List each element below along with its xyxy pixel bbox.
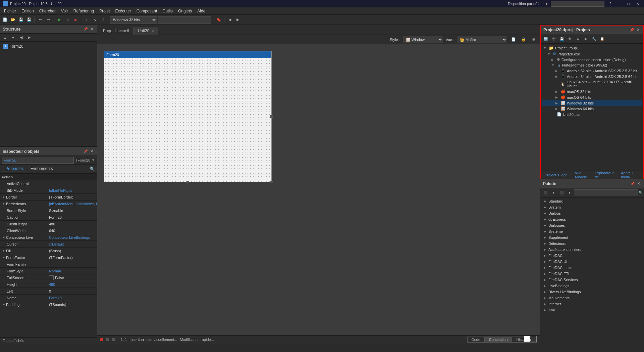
pal-btn4[interactable]: ▼	[566, 189, 573, 196]
pause-indicator[interactable]	[112, 338, 115, 341]
prop-value-fill[interactable]: (Brush)	[47, 248, 97, 254]
ptab-vue-modele[interactable]: Vue Modèle	[572, 170, 592, 180]
menu-composant[interactable]: Composant	[134, 8, 160, 14]
menu-onglets[interactable]: Onglets	[175, 8, 195, 14]
pal-dialogues[interactable]: ▶Dialogues	[541, 222, 643, 228]
prop-name-bordericons[interactable]: BorderIcons	[0, 201, 47, 207]
ptree-android64[interactable]: ▶ 📱 Android 64 bits - Android SDK 25.2.5…	[542, 74, 642, 79]
prop-value-left[interactable]: 0	[47, 288, 97, 294]
modif-button[interactable]: Modification rapide...	[180, 338, 214, 342]
step-out[interactable]: ↗	[99, 16, 106, 24]
pal-dialogs[interactable]: ▶Dialogs	[541, 210, 643, 216]
ptree-platforms[interactable]: ▼ 🖥 Plates-formes cible (Win32)	[542, 62, 642, 68]
prop-value-caption[interactable]: Form20	[47, 214, 97, 220]
resize-handle-right[interactable]	[270, 115, 273, 118]
tree-form20[interactable]: F Form20	[1, 43, 96, 50]
menu-fichier[interactable]: Fichier	[1, 8, 19, 14]
close-button[interactable]: ✕	[634, 2, 641, 6]
menu-edition[interactable]: Edition	[19, 8, 37, 14]
pal-livebindings[interactable]: ▶LiveBindings	[541, 283, 643, 289]
tab-properties[interactable]: Propriétés	[2, 166, 27, 172]
prop-name-padding[interactable]: Padding	[0, 301, 47, 308]
proj-btn7[interactable]: 🔧	[590, 35, 598, 43]
ptree-win32[interactable]: ▶ 🪟 Windows 32 bits	[542, 100, 642, 106]
menu-chercher[interactable]: Chercher	[37, 8, 58, 14]
designer-btn1[interactable]: 📄	[510, 36, 517, 43]
form-canvas[interactable]: Form20	[104, 51, 272, 182]
tab-accueil[interactable]: Page d'accueil	[99, 27, 133, 35]
save-all-button[interactable]: 💾	[25, 16, 33, 24]
pal-internet[interactable]: ▶Internet	[541, 301, 643, 307]
pal-xml[interactable]: ▶Xml	[541, 307, 643, 313]
prop-name-border[interactable]: Border	[0, 194, 47, 200]
menu-projet[interactable]: Projet	[97, 8, 112, 14]
prop-value-border[interactable]: (TFormBorder)	[47, 194, 97, 200]
prop-value-height[interactable]: 480	[47, 281, 97, 288]
menu-aide[interactable]: Aide	[195, 8, 208, 14]
vue-combo[interactable]: 👑 Maître	[457, 36, 507, 43]
inspector-search-icon[interactable]: 🔍	[90, 167, 95, 171]
ptree-project20[interactable]: ▼ ⚙ Project20.exe	[542, 51, 642, 57]
pal-acces[interactable]: ▶Accès aux données	[541, 247, 643, 253]
platform-combo[interactable]: Windows 32 bits	[110, 16, 157, 24]
proj-btn4[interactable]: 🗑	[566, 35, 574, 43]
pal-detecteurs[interactable]: ▶Détecteurs	[541, 240, 643, 247]
prop-name-fill[interactable]: Fill	[0, 248, 47, 254]
prop-value-concepteur[interactable]: Concepteur LiveBindings	[47, 234, 97, 240]
resize-handle-bottom[interactable]	[186, 181, 189, 183]
pal-supplement[interactable]: ▶Supplément	[541, 234, 643, 240]
bookmark-button[interactable]: 🔖	[215, 16, 222, 24]
global-search-input[interactable]	[551, 1, 604, 7]
proj-btn6[interactable]: ▶	[582, 35, 590, 43]
ptree-win64[interactable]: ▶ 🪟 Windows 64 bits	[542, 106, 642, 112]
designer-btn2[interactable]: 🔒	[520, 36, 527, 43]
proj-btn2[interactable]: ➕	[550, 35, 557, 43]
palette-search-input[interactable]	[574, 189, 638, 196]
lier-button[interactable]: Lier visuellement...	[147, 338, 177, 342]
back-button[interactable]: ◀	[226, 16, 233, 24]
ptree-configs[interactable]: ▶ ⚙ Configurations de construction (Debu…	[542, 57, 642, 62]
ptab-project[interactable]: Project20.dpr...	[542, 172, 572, 178]
pal-systeme[interactable]: ▶Système	[541, 228, 643, 234]
prop-value-clientheight[interactable]: 480	[47, 221, 97, 227]
tab-unit20-close[interactable]: ✕	[151, 29, 154, 33]
pal-firedac-ui[interactable]: ▶FireDAC UI	[541, 259, 643, 265]
redo-button[interactable]: ↪	[45, 16, 52, 24]
help-button[interactable]: ?	[607, 2, 613, 6]
prop-value-formfactor[interactable]: (TFormFactor)	[47, 254, 97, 261]
prop-name-concepteur[interactable]: Concepteur Live	[0, 234, 47, 240]
resize-handle-corner[interactable]	[270, 181, 273, 183]
proj-btn1[interactable]: 🆕	[542, 35, 549, 43]
forward-button[interactable]: ▶	[234, 16, 241, 24]
ptree-projectgroup1[interactable]: ▼ 📁 ProjectGroup1	[542, 45, 642, 51]
prop-value-clientwidth[interactable]: 640	[47, 227, 97, 234]
pal-divers-livebindings[interactable]: ▶Divers LiveBindings	[541, 289, 643, 295]
tab-conception[interactable]: Conception	[485, 337, 512, 343]
menu-voir[interactable]: Voir	[58, 8, 71, 14]
menu-refactoring[interactable]: Refactoring	[71, 8, 97, 14]
record-indicator[interactable]	[100, 338, 103, 341]
structure-close-button[interactable]: ✕	[89, 27, 94, 32]
ptab-explorateur[interactable]: Explorateur de ...	[592, 170, 618, 180]
pal-standard[interactable]: ▶Standard	[541, 198, 643, 204]
prop-value-cursor[interactable]: crDefault	[47, 241, 97, 247]
designer-btn3[interactable]: ⚙	[530, 36, 537, 43]
pal-firedac[interactable]: ▶FireDAC	[541, 253, 643, 259]
projects-pin-button[interactable]: 📌	[629, 27, 635, 33]
prop-value-formstyle[interactable]: Normal	[47, 268, 97, 274]
prop-value-bordericons[interactable]: [biSystemMenu, biMinimize, biMaximize]	[47, 201, 97, 207]
object-name-input[interactable]	[2, 157, 74, 164]
save-button[interactable]: 💾	[17, 16, 25, 24]
pal-system[interactable]: ▶System	[541, 204, 643, 210]
step-into[interactable]: ↘	[91, 16, 98, 24]
palette-search-icon[interactable]: 🔍	[639, 191, 643, 194]
pal-btn1[interactable]: ⬛	[542, 189, 549, 196]
prop-value-action[interactable]	[47, 174, 97, 180]
prop-value-name[interactable]: Form20	[47, 295, 97, 301]
ptree-linux64[interactable]: 🐧 Linux 64 bits - Ubuntu 20.04 LTS - pro…	[542, 79, 642, 89]
palette-close-button[interactable]: ✕	[636, 181, 641, 186]
structure-pin-button[interactable]: 📌	[83, 27, 88, 32]
object-dropdown-icon[interactable]: ▼	[92, 158, 95, 162]
ptree-android32[interactable]: ▶ 📱 Android 32 bits - Android SDK 25.2.5…	[542, 68, 642, 74]
menu-executer[interactable]: Exécuter	[113, 8, 134, 14]
